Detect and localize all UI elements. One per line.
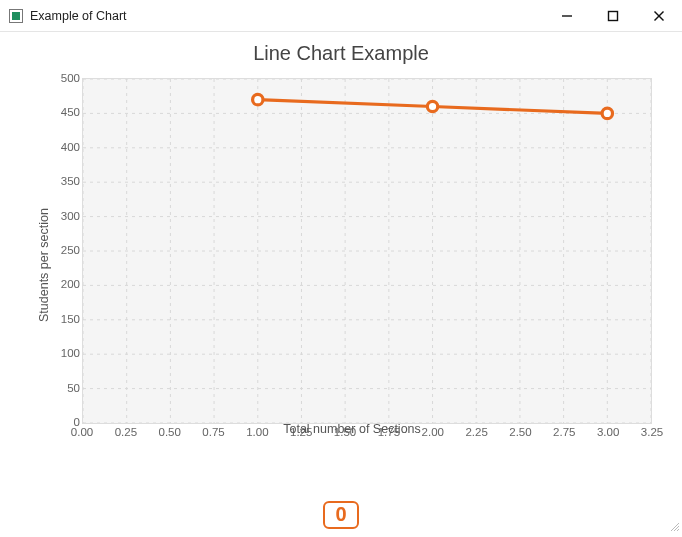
y-axis-ticks: 050100150200250300350400450500 (56, 78, 80, 424)
minimize-button[interactable] (544, 0, 590, 31)
close-button[interactable] (636, 0, 682, 31)
y-axis-label: Students per section (37, 208, 51, 322)
y-tick-label: 150 (56, 313, 80, 325)
plot-svg (83, 79, 651, 423)
x-tick-label: 2.25 (465, 426, 487, 438)
svg-line-36 (677, 529, 679, 531)
x-tick-label: 0.25 (115, 426, 137, 438)
y-tick-label: 300 (56, 210, 80, 222)
y-tick-label: 100 (56, 347, 80, 359)
x-tick-label: 0.50 (158, 426, 180, 438)
y-tick-label: 400 (56, 141, 80, 153)
plot-region (82, 78, 652, 424)
x-tick-label: 2.00 (422, 426, 444, 438)
y-tick-label: 500 (56, 72, 80, 84)
y-tick-label: 200 (56, 278, 80, 290)
x-tick-label: 0.00 (71, 426, 93, 438)
x-axis-label: Total number of Sections (283, 422, 421, 436)
chart-title: Line Chart Example (0, 32, 682, 71)
x-tick-label: 1.00 (246, 426, 268, 438)
y-tick-label: 50 (56, 382, 80, 394)
svg-rect-3 (609, 11, 618, 20)
window-controls (544, 0, 682, 31)
svg-point-32 (427, 101, 437, 111)
plot-wrap: Students per section 0501001502002503003… (46, 78, 658, 452)
svg-rect-1 (12, 12, 20, 20)
y-tick-label: 450 (56, 106, 80, 118)
y-tick-label: 350 (56, 175, 80, 187)
svg-point-31 (253, 94, 263, 104)
x-tick-label: 2.75 (553, 426, 575, 438)
titlebar: Example of Chart (0, 0, 682, 32)
x-tick-label: 0.75 (202, 426, 224, 438)
legend-row: 0 (0, 501, 682, 529)
maximize-button[interactable] (590, 0, 636, 31)
y-tick-label: 250 (56, 244, 80, 256)
legend-badge[interactable]: 0 (323, 501, 358, 529)
window-title: Example of Chart (30, 9, 127, 23)
x-tick-label: 2.50 (509, 426, 531, 438)
x-tick-label: 3.00 (597, 426, 619, 438)
app-icon (8, 8, 24, 24)
grid-lines (83, 79, 651, 423)
x-tick-label: 3.25 (641, 426, 663, 438)
svg-point-33 (602, 108, 612, 118)
resize-grip-icon[interactable] (668, 520, 680, 535)
chart-area: Line Chart Example Students per section … (0, 32, 682, 496)
